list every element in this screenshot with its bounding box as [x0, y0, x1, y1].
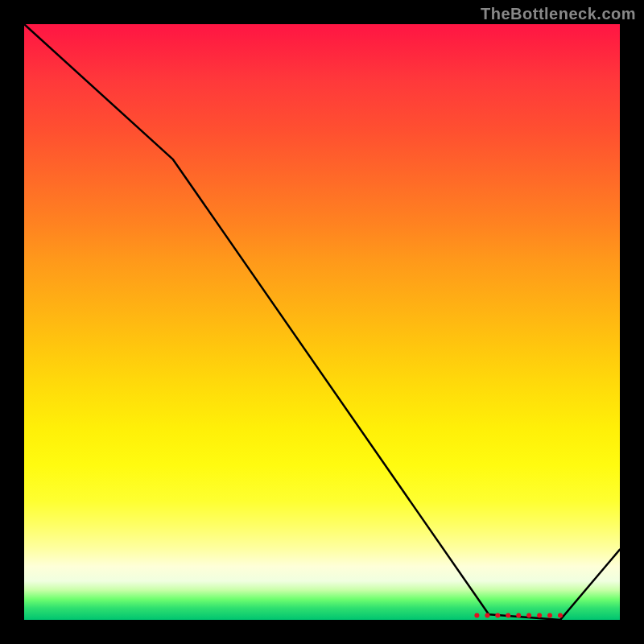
marker-dot	[516, 613, 521, 618]
marker-dot	[495, 613, 500, 618]
marker-dot	[558, 613, 563, 618]
chart-container: TheBottleneck.com	[0, 0, 644, 644]
plot-area	[24, 24, 620, 620]
marker-dot	[485, 613, 489, 618]
marker-dot	[537, 613, 542, 618]
marker-dot	[547, 613, 552, 618]
marker-cluster	[474, 613, 563, 618]
marker-dot	[506, 613, 510, 618]
marker-dot	[526, 613, 531, 618]
bottleneck-curve-line	[24, 24, 620, 620]
marker-dot	[474, 613, 479, 618]
line-overlay	[24, 24, 620, 620]
watermark-text: TheBottleneck.com	[481, 5, 636, 23]
